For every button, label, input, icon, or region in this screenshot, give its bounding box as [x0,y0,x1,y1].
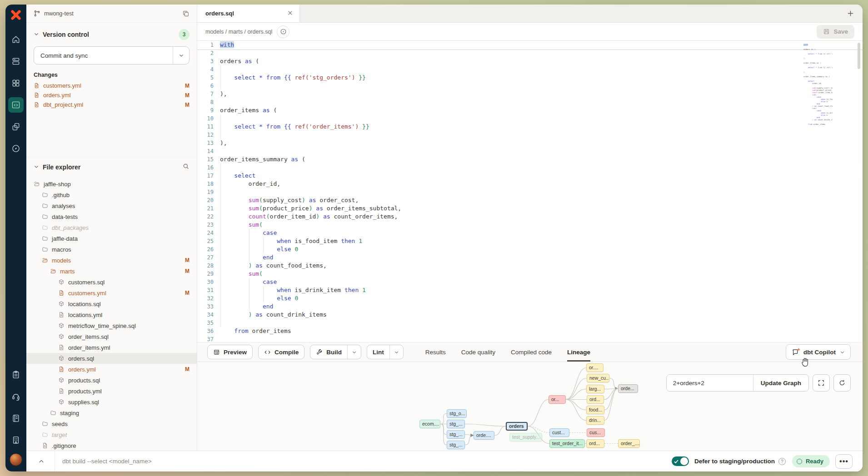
building-nav-button[interactable] [8,432,24,448]
lineage-node-stg3[interactable]: stg_... [447,430,465,439]
changed-file-customers.yml[interactable]: customers.yml M [26,81,197,90]
user-avatar[interactable] [10,453,22,466]
version-control-title: Version control [43,31,89,38]
fullscreen-button[interactable] [813,374,830,392]
home-nav-button[interactable] [8,32,24,47]
lineage-node-ecom[interactable]: ecom.... [419,420,440,428]
lineage-node-ghost[interactable]: test_supply... [509,433,542,441]
close-tab-icon[interactable] [287,10,293,17]
build-options-chevron-icon[interactable] [347,345,361,359]
tree-item-macros[interactable]: macros [26,244,197,255]
git-branch-row[interactable]: mwong-test [26,5,197,23]
checklist-nav-button[interactable] [8,367,24,382]
deploy-nav-button[interactable] [8,54,24,69]
open-in-explorer-compass-icon[interactable] [277,25,289,38]
compass-nav-button[interactable] [8,141,24,156]
commit-and-sync-button[interactable]: Commit and sync [34,46,190,64]
tree-item-locations.sql[interactable]: locations.sql [26,298,197,309]
lineage-node-stg1[interactable]: stg_o... [447,409,467,418]
lineage-filter-group: Update Graph [666,374,809,392]
lineage-node-cust[interactable]: cust... [549,428,569,437]
lineage-node-y6[interactable]: drin... [586,416,604,425]
lineage-node-toi[interactable]: test_order_it... [549,439,585,448]
lineage-node-stg2[interactable]: stg_... [447,420,465,428]
grid-nav-button[interactable] [8,75,24,91]
lineage-node-y8[interactable]: order_.... [618,439,640,448]
notebook-nav-button[interactable] [8,411,24,426]
lineage-node-oitems[interactable]: orde.... [474,431,494,440]
tree-item-jaffle-shop[interactable]: jaffle-shop [26,178,197,189]
tree-item-customers.yml[interactable]: customers.ymlM [26,288,197,298]
panel-tab-code-quality[interactable]: Code quality [461,342,495,362]
tree-item-customers.sql[interactable]: customers.sql [26,277,197,288]
tree-item-orders.sql[interactable]: orders.sql [26,353,197,364]
tree-item-seeds[interactable]: seeds [26,418,197,429]
tree-item-data-tests[interactable]: data-tests [26,211,197,222]
tree-item-target[interactable]: target [26,429,197,440]
tree-item-orders.yml[interactable]: orders.ymlM [26,364,197,375]
expand-command-chevron-icon[interactable] [26,458,45,465]
more-options-button[interactable]: ••• [835,454,853,469]
tree-item-staging[interactable]: staging [26,407,197,418]
update-graph-button[interactable]: Update Graph [753,375,808,391]
lint-options-chevron-icon[interactable] [389,345,403,359]
changed-file-dbt_project.yml[interactable]: dbt_project.yml M [26,100,197,109]
tree-item-order_items.yml[interactable]: order_items.yml [26,342,197,353]
search-icon[interactable] [182,163,190,171]
lineage-node-stg4[interactable]: stg_... [447,441,465,449]
tree-item-.gitignore[interactable]: .gitignore [26,440,197,451]
info-icon[interactable]: ? [778,458,786,465]
code-editor[interactable]: 1with23orders as (45 select * from {{ re… [197,41,863,342]
lineage-node-y2[interactable]: new_cu... [587,374,609,382]
tree-item-.github[interactable]: .github [26,189,197,200]
tree-item-analyses[interactable]: analyses [26,200,197,211]
tree-item-jaffle-data[interactable]: jaffle-data [26,233,197,244]
tree-item-locations.yml[interactable]: locations.yml [26,309,197,320]
build-button[interactable]: Build [310,345,361,359]
lineage-node-y5[interactable]: food... [586,406,604,414]
tree-item-metricflow_time_spine.sql[interactable]: metricflow_time_spine.sql [26,320,197,331]
dbt-copilot-button[interactable]: dbt Copilot [786,344,851,360]
refresh-button[interactable] [833,374,851,392]
new-tab-icon[interactable] [847,10,854,17]
lineage-filter-input[interactable] [667,375,753,391]
file-explorer-header[interactable]: File explorer [26,157,197,177]
tree-item-products.yml[interactable]: products.yml [26,386,197,397]
lineage-node-y4[interactable]: ord... [587,395,604,404]
lineage-node-orders[interactable]: orders [506,422,528,431]
changed-file-orders.yml[interactable]: orders.yml M [26,90,197,100]
lint-button[interactable]: Lint [367,345,404,359]
develop-nav-button[interactable] [8,97,24,113]
dbt-logo-icon[interactable] [5,5,26,25]
compare-nav-button[interactable] [8,119,24,134]
tree-item-order_items.sql[interactable]: order_items.sql [26,331,197,342]
tree-item-supplies.sql[interactable]: supplies.sql [26,397,197,407]
preview-button[interactable]: Preview [207,345,253,359]
copy-branch-icon[interactable] [182,10,190,17]
lineage-node-cpink[interactable]: cus... [587,428,605,437]
lineage-node-gray[interactable]: orde... [618,384,638,393]
lineage-node-omet[interactable]: or... [549,395,566,404]
panel-tab-results[interactable]: Results [425,342,446,362]
dbt-command-input[interactable] [55,458,672,465]
tree-item-models[interactable]: modelsM [26,255,197,266]
panel-tab-lineage[interactable]: Lineage [567,342,590,362]
save-button[interactable]: Save [817,25,854,39]
lineage-node-y1[interactable]: or.... [586,363,604,372]
defer-toggle[interactable] [672,456,689,466]
lineage-node-y7[interactable]: ord... [586,439,604,448]
headset-nav-button[interactable] [8,389,24,404]
editor-minimap[interactable]: withorders as ( select * from {{ ref('st… [803,44,833,128]
side-panel: mwong-test Version control 3 [26,5,197,451]
version-control-header[interactable]: Version control 3 [26,23,197,44]
compile-button[interactable]: Compile [258,345,304,359]
tree-item-marts[interactable]: martsM [26,266,197,277]
lineage-node-y3[interactable]: larg... [586,385,604,393]
panel-tab-compiled-code[interactable]: Compiled code [511,342,552,362]
tree-item-products.sql[interactable]: products.sql [26,375,197,386]
tree-item-dbt_packages[interactable]: dbt_packages [26,222,197,233]
editor-scrollbar-thumb[interactable] [858,43,860,69]
commit-options-chevron-icon[interactable] [173,47,189,64]
lineage-panel[interactable]: Update Graph ecom....stg_o...stg_...stg_… [197,362,863,451]
tab-orders-sql[interactable]: orders.sql [197,5,300,22]
